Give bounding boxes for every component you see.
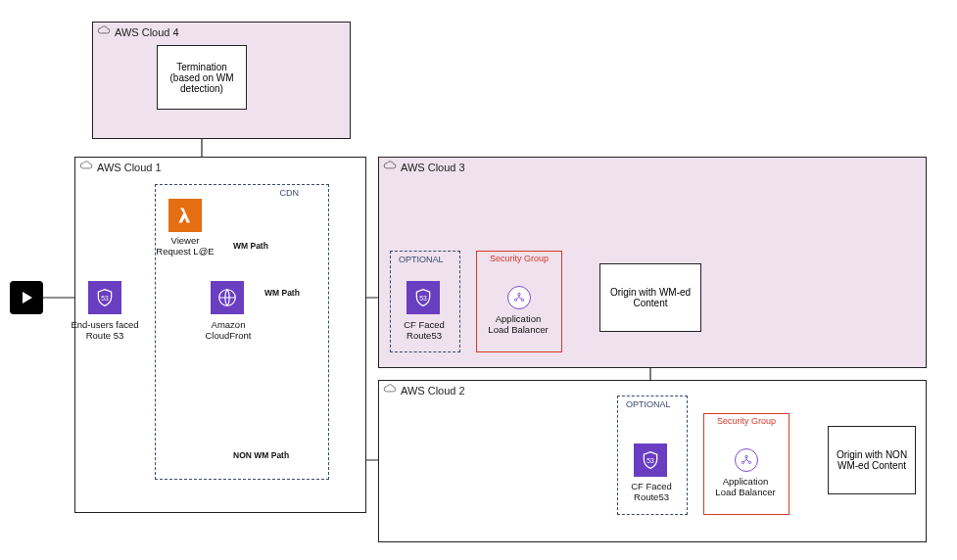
route53-icon: 53 [88,281,121,314]
cloud-icon [97,25,111,35]
alb3-caption: Application Load Balancer [484,313,552,336]
region-label-cloud1: AWS Cloud 1 [97,162,162,173]
route53-icon: 53 [407,281,440,314]
optional-label-3: OPTIONAL [399,255,444,264]
cf-r53-2-caption: CF Faced Route53 [617,481,686,503]
alb2-caption: Application Load Balancer [711,476,780,498]
viewer-le-caption: Viewer Request L@E [153,235,217,257]
origin-nonwm-box: Origin with NON WM-ed Content [828,426,916,494]
cloud-icon [383,384,397,394]
secgrp-label-3: Security Group [477,254,561,263]
lambda-icon [168,199,202,232]
termination-box: Termination (based on WM detection) [157,45,247,110]
cloud-icon [383,161,397,170]
region-label-cloud2: AWS Cloud 2 [401,385,465,397]
svg-text:53: 53 [646,457,654,464]
origin-wm-box: Origin with WM-ed Content [599,263,701,332]
diagram-canvas: AWS Cloud 4 Termination (based on WM det… [0,0,957,560]
play-icon[interactable] [10,281,43,314]
secgrp-label-2: Security Group [704,416,789,426]
edge-wm-vert: WM Path [233,241,268,251]
origin-nonwm-text: Origin with NON WM-ed Content [833,449,911,471]
cloud-icon [79,161,93,170]
cloudfront-caption: Amazon CloudFront [194,319,263,342]
region-label-cloud3: AWS Cloud 3 [401,162,465,173]
edge-nonwm: NON WM Path [233,450,289,460]
svg-marker-13 [23,292,32,303]
origin-wm-text: Origin with WM-ed Content [604,287,696,308]
region-label-cloud4: AWS Cloud 4 [115,26,179,38]
termination-text: Termination (based on WM detection) [162,62,242,94]
svg-text:53: 53 [101,295,109,302]
region-cloud3: AWS Cloud 3 [378,157,927,368]
cf-r53-3-caption: CF Faced Route53 [390,319,458,342]
optional-label-2: OPTIONAL [626,399,671,409]
cloudfront-icon [211,281,244,314]
alb-icon [735,448,758,472]
edge-wm-horz: WM Path [264,288,300,298]
svg-text:53: 53 [419,295,427,302]
svg-point-17 [518,293,520,295]
alb-icon [507,286,531,309]
svg-point-21 [745,455,747,457]
route53-icon: 53 [634,443,667,477]
cdn-label: CDN [280,188,300,198]
endusers-r53-caption: End-users faced Route 53 [71,319,139,342]
